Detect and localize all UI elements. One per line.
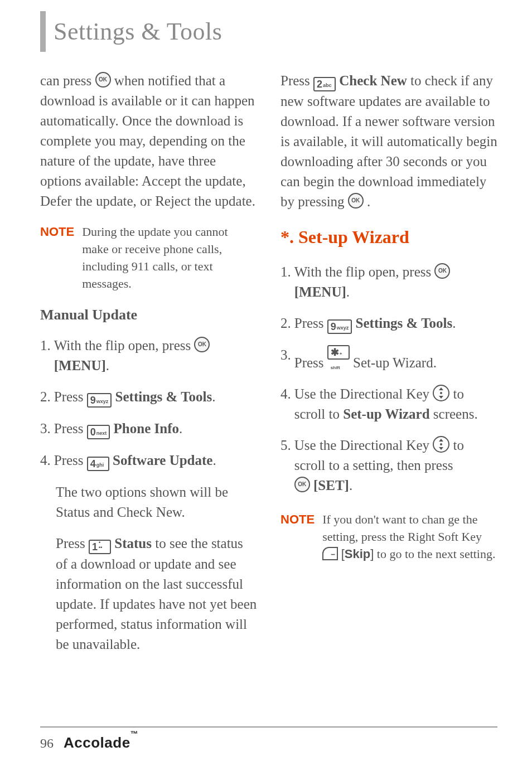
step-number: 4. — [40, 450, 51, 471]
key-1-dots: ••• — [99, 540, 102, 550]
note-block: NOTE If you don't want to chan ge the se… — [280, 511, 497, 563]
note-body: If you don't want to chan ge the setting… — [322, 511, 497, 563]
check-new-paragraph: Press 2abc Check New to check if any new… — [280, 71, 497, 212]
ok-key-icon — [294, 477, 310, 492]
wstep4-label: Set-up Wizard — [343, 406, 429, 421]
wizard-step-2: 2. Press 9wxyz Settings & Tools. — [280, 313, 497, 334]
check-text-c: to check if any new software updates are… — [280, 73, 497, 209]
step-number: 3. — [40, 419, 51, 439]
directional-key-icon — [433, 436, 449, 453]
step4-label: Software Update — [113, 453, 212, 468]
key-0-sub: next — [96, 430, 107, 436]
wizard-step-1: 1. With the flip open, press [MENU]. — [280, 262, 497, 302]
wstep2-label: Settings & Tools — [356, 316, 453, 331]
wstep5-text-a: Use the Directional Key — [294, 438, 433, 453]
step-number: 3. — [280, 345, 291, 373]
key-4-icon: 4ghi — [87, 457, 109, 471]
wstep4-text-a: Use the Directional Key — [294, 386, 433, 401]
step4-text-a: Press — [54, 453, 87, 468]
step-number: 2. — [280, 313, 291, 334]
page-header: Settings & Tools — [40, 11, 497, 52]
right-soft-key-icon — [322, 547, 338, 560]
key-9-icon: 9wxyz — [87, 393, 112, 408]
step3-label: Phone Info — [114, 421, 179, 436]
intro-text-b: when notified that a download is availab… — [40, 73, 255, 209]
manual-step-2: 2. Press 9wxyz Settings & Tools. — [40, 387, 257, 408]
step3-text-a: Press — [54, 421, 87, 436]
setup-wizard-heading: *. Set-up Wizard — [280, 224, 497, 250]
check-new-label: Check New — [339, 73, 407, 88]
key-0-main: 0 — [90, 426, 96, 438]
wstep4-text-d: screens. — [433, 406, 478, 421]
ok-key-icon — [194, 337, 210, 352]
key-2-sub: abc — [323, 83, 332, 88]
ok-key-icon — [348, 193, 364, 209]
left-column: can press when notified that a download … — [40, 71, 257, 666]
manual-step-1: 1. With the flip open, press [MENU]. — [40, 336, 257, 376]
manual-step-3: 3. Press 0next Phone Info. — [40, 419, 257, 439]
two-options-paragraph: The two options shown will be Status and… — [56, 482, 257, 522]
key-9-sub: wxyz — [337, 325, 349, 331]
directional-key-icon — [433, 385, 449, 401]
wstep1-menu: [MENU] — [294, 284, 346, 299]
step-number: 4. — [280, 384, 291, 424]
wstep5-set: [SET] — [313, 478, 349, 493]
right-column: Press 2abc Check New to check if any new… — [280, 71, 497, 666]
step2-text-a: Press — [54, 389, 87, 404]
key-4-main: 4 — [90, 458, 96, 469]
wstep3-text-a: Press — [294, 355, 327, 370]
manual-update-heading: Manual Update — [40, 304, 257, 325]
status-text-a: Press — [56, 536, 89, 551]
step1-menu: [MENU] — [54, 358, 106, 373]
key-9-sub: wxyz — [96, 399, 109, 404]
wizard-step-3: 3. Press ✱+shift Set-up Wizard. — [280, 345, 497, 373]
note-body: During the update you cannot make or rec… — [82, 224, 257, 292]
check-text-a: Press — [280, 73, 313, 88]
step-number: 1. — [40, 336, 51, 376]
step-number: 2. — [40, 387, 51, 408]
wstep2-text-a: Press — [294, 316, 327, 331]
step1-text-a: With the flip open, press — [54, 338, 195, 353]
step2-label: Settings & Tools — [115, 389, 212, 404]
note-text-a: If you don't want to chan ge the setting… — [322, 512, 482, 544]
intro-paragraph: can press when notified that a download … — [40, 71, 257, 211]
key-0-icon: 0next — [87, 425, 110, 439]
page-number: 96 — [40, 736, 54, 751]
status-paragraph: Press 1••• Status to see the status of a… — [56, 534, 257, 655]
footer-rule — [40, 726, 497, 728]
header-accent-bar — [40, 11, 46, 52]
ok-key-icon — [95, 72, 111, 88]
status-text-c: to see the status of a download or updat… — [56, 536, 257, 652]
key-star-main: ✱ — [331, 347, 339, 358]
note-block: NOTE During the update you cannot make o… — [40, 224, 257, 292]
note-text-c: to go to the next setting. — [377, 547, 496, 561]
intro-text-a: can press — [40, 73, 95, 88]
key-9-main: 9 — [90, 395, 96, 406]
key-2-main: 2 — [317, 79, 322, 90]
wizard-step-4: 4. Use the Directional Key to scroll to … — [280, 384, 497, 424]
key-4-sub: ghi — [96, 462, 104, 468]
brand-name: Accolade™ — [64, 734, 138, 752]
note-label: NOTE — [280, 511, 315, 528]
key-1-main: 1 — [92, 541, 98, 552]
key-9-main: 9 — [331, 321, 336, 332]
key-2-icon: 2abc — [313, 77, 336, 91]
ok-key-icon — [434, 263, 450, 279]
page-title: Settings & Tools — [54, 11, 222, 52]
status-label: Status — [114, 536, 152, 551]
key-star-icon: ✱+shift — [327, 345, 350, 360]
wstep3-label: Set-up Wizard. — [353, 355, 437, 370]
wizard-step-5: 5. Use the Directional Key to scroll to … — [280, 435, 497, 496]
note-label: NOTE — [40, 224, 74, 240]
step-number: 5. — [280, 435, 291, 496]
page-footer: 96 Accolade™ — [40, 726, 497, 752]
key-9-icon: 9wxyz — [327, 319, 352, 334]
key-1-icon: 1••• — [89, 540, 111, 554]
wstep1-text-a: With the flip open, press — [294, 264, 435, 279]
step-number: 1. — [280, 262, 291, 302]
manual-step-4: 4. Press 4ghi Software Update. — [40, 450, 257, 471]
